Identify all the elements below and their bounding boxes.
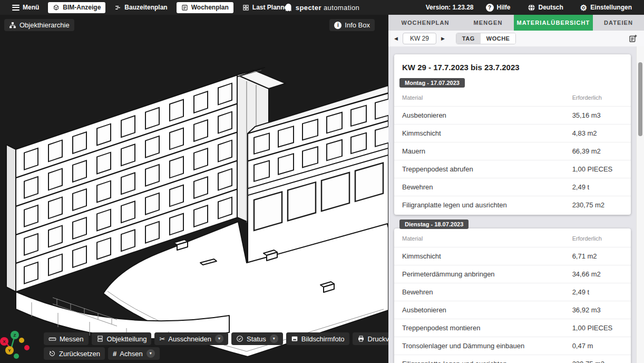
table-row: Kimmschicht4,83 m2	[394, 124, 631, 142]
menu-label: Menü	[23, 4, 39, 11]
week-selector-button[interactable]: KW 29	[403, 33, 436, 44]
material-name: Kimmschicht	[402, 252, 572, 260]
material-name: Tronsolenlager und Dämmung einbauen	[402, 342, 572, 350]
required-quantity: 1,00 PIECES	[572, 324, 623, 332]
druckvorschau-button[interactable]: Druckvorschau▾	[353, 332, 389, 345]
svg-text:Y: Y	[8, 348, 11, 353]
required-quantity: 34,66 m2	[572, 270, 623, 278]
required-quantity: 6,71 m2	[572, 252, 623, 260]
objektteilung-button[interactable]: Objektteilung	[92, 332, 152, 345]
tab-wochenplan[interactable]: WOCHENPLAN	[388, 15, 462, 31]
material-name: Bewehren	[402, 288, 572, 296]
toggle-tag[interactable]: TAG	[456, 33, 481, 44]
help-icon: ?	[486, 4, 494, 12]
table-header: MaterialErforderlich	[394, 228, 631, 247]
required-quantity: 35,16 m3	[572, 111, 623, 119]
toolbar-label: Status	[247, 335, 266, 343]
z-neg-handle	[14, 354, 19, 359]
column-material: Material	[402, 235, 572, 242]
tab-dateien[interactable]: DATEIEN	[593, 15, 644, 31]
column-required: Erforderlich	[572, 235, 623, 242]
chevron-down-icon[interactable]: ▾	[270, 335, 278, 343]
3d-viewport[interactable]: Objekthierarchie i Info Box MessenObjekt…	[0, 15, 388, 363]
table-row: Tronsolenlager und Dämmung einbauen0,47 …	[394, 337, 631, 355]
globe-icon	[528, 4, 535, 12]
axes-icon: #	[113, 350, 116, 357]
panel-scrollbar[interactable]	[636, 46, 644, 363]
day-badge: Dienstag - 18.07.2023	[399, 219, 469, 229]
toolbar-label: Messen	[60, 335, 84, 343]
toolbar-row-2: Zurücksetzen#Achsen▾	[44, 347, 388, 360]
material-name: Ausbetonieren	[402, 111, 572, 119]
topbar-left: Menü BIM-AnzeigeBauzeitenplanWochenplanL…	[0, 2, 295, 13]
help-button[interactable]: ? Hilfe	[481, 2, 515, 13]
toggle-woche[interactable]: WOCHE	[481, 33, 516, 44]
column-required: Erforderlich	[572, 94, 623, 101]
info-box-button[interactable]: i Info Box	[329, 19, 375, 31]
info-icon: i	[334, 22, 341, 29]
viewport-toolbar: MessenObjektteilung✂Ausschneiden▾Status▾…	[44, 332, 388, 360]
reset-icon	[48, 350, 56, 357]
table-row: Mauern66,39 m2	[394, 142, 631, 160]
brand-suffix: automation	[324, 4, 359, 12]
bim-cube-icon	[53, 4, 60, 11]
scrollbar-thumb[interactable]	[638, 62, 642, 136]
toolbar-label: Druckvorschau	[368, 335, 389, 343]
table-row: Bewehren2,49 t	[394, 283, 631, 301]
topbar: Menü BIM-AnzeigeBauzeitenplanWochenplanL…	[0, 0, 644, 15]
material-name: Bewehren	[402, 183, 572, 191]
menu-button[interactable]: Menü	[7, 2, 44, 13]
building-model[interactable]	[0, 15, 388, 363]
brand-name: specter	[296, 4, 321, 12]
achsen-button[interactable]: #Achsen▾	[108, 347, 160, 360]
nav-bauzeitenplan-button[interactable]: Bauzeitenplan	[110, 2, 172, 13]
svg-text:Z: Z	[14, 333, 16, 338]
zurucksetzen-button[interactable]: Zurücksetzen	[44, 347, 105, 360]
status-check-icon	[236, 335, 243, 342]
version-label: Version: 1.23.28	[426, 4, 474, 11]
table-row: Filigranplatte legen und ausrichten230,7…	[394, 355, 631, 363]
next-week-button[interactable]: ▶	[440, 35, 446, 42]
chevron-down-icon[interactable]: ▾	[147, 349, 155, 358]
table-header: MaterialErforderlich	[394, 88, 631, 106]
object-hierarchy-button[interactable]: Objekthierarchie	[4, 19, 74, 31]
chevron-down-icon[interactable]: ▾	[215, 335, 223, 343]
axis-gizmo[interactable]: Z X Y	[0, 325, 38, 363]
required-quantity: 2,49 t	[572, 288, 623, 296]
language-button[interactable]: Deutsch	[523, 2, 568, 13]
add-note-button[interactable]	[628, 34, 638, 43]
material-name: Filigranplatte legen und ausrichten	[402, 201, 572, 209]
note-add-icon	[628, 34, 638, 43]
nav-wochenplan-button[interactable]: Wochenplan	[177, 2, 233, 13]
day-card: MaterialErforderlichKimmschicht6,71 m2Pe…	[394, 228, 631, 363]
table-row: Bewehren2,49 t	[394, 178, 631, 196]
panel-content: KW 29 - 17.7.2023 bis 23.7.2023Montag - …	[388, 46, 644, 363]
status-button[interactable]: Status▾	[231, 332, 283, 345]
messen-button[interactable]: Messen	[44, 332, 89, 345]
ausschneiden-button[interactable]: ✂Ausschneiden▾	[154, 332, 228, 345]
required-quantity: 1,00 PIECES	[572, 165, 623, 173]
split-icon	[96, 335, 104, 342]
material-name: Filigranplatte legen und ausrichten	[402, 360, 572, 363]
day-badge: Montag - 17.07.2023	[399, 78, 465, 88]
required-quantity: 2,49 t	[572, 183, 623, 191]
panel-controls: ◀ KW 29 ▶ TAGWOCHE	[388, 31, 644, 46]
tab-mengen[interactable]: MENGEN	[462, 15, 514, 31]
prev-week-button[interactable]: ◀	[393, 35, 399, 42]
material-table: MaterialErforderlichKimmschicht6,71 m2Pe…	[394, 228, 631, 363]
hamburger-icon	[12, 5, 19, 11]
material-name: Treppenpodest abrufen	[402, 165, 572, 173]
required-quantity: 0,47 m	[572, 342, 623, 350]
toolbar-label: Achsen	[120, 350, 142, 358]
grid-icon	[242, 4, 249, 11]
bildschirmfoto-button[interactable]: Bildschirmfoto	[286, 332, 349, 345]
toolbar-label: Ausschneiden	[168, 335, 211, 343]
day-group: Dienstag - 18.07.2023MaterialErforderlic…	[394, 215, 631, 363]
nav-bim-anzeige-button[interactable]: BIM-Anzeige	[48, 2, 105, 13]
required-quantity: 230,75 m2	[572, 360, 623, 363]
required-quantity: 66,39 m2	[572, 147, 623, 155]
toolbar-label: Zurücksetzen	[59, 350, 100, 358]
tab-materialubersicht[interactable]: MATERIALÜBERSICHT	[514, 15, 593, 31]
brand-logo: specter automation	[285, 3, 359, 12]
settings-button[interactable]: ⚙ Einstellungen	[575, 2, 637, 13]
